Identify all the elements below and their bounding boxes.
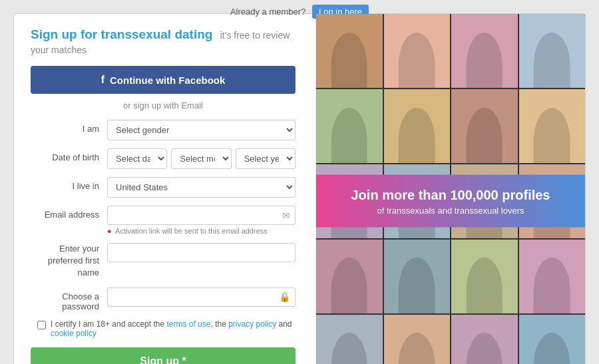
terms-checkbox[interactable] [37,321,46,329]
photo-16 [519,240,586,313]
photo-8 [519,89,586,163]
email-hint: ● Activation link will be sent to this e… [107,227,296,235]
gender-label: I am [31,120,107,134]
lock-icon: 🔒 [279,291,290,302]
password-control: 🔒 [107,287,296,307]
banner-subtitle: of transsexuals and transsexual lovers [325,206,576,216]
firstname-input[interactable] [107,243,296,262]
error-dot: ● [107,227,112,235]
photo-20 [519,315,586,364]
email-control: ✉ ● Activation link will be sent to this… [107,206,296,235]
terms-link[interactable]: terms of use [166,319,210,329]
day-select[interactable]: Select day [107,148,167,169]
photo-1 [316,14,383,88]
firstname-label: Enter your preferred first name [31,243,107,279]
country-label: I live in [31,177,107,191]
dob-row: Date of birth Select day Select month Se… [31,148,296,169]
photo-6 [384,89,451,163]
country-select[interactable]: United States [107,177,296,198]
facebook-button[interactable]: f Continue with Facebook [31,66,296,94]
banner-title: Join more than 100,000 profiles [325,187,576,203]
photo-3 [451,14,518,88]
country-control: United States [107,177,296,198]
photo-18 [384,315,451,364]
photo-17 [316,315,383,364]
email-label: Email address [31,206,107,220]
country-row: I live in United States [31,177,296,198]
main-container: Sign up for transsexual dating it's free… [13,13,586,364]
promo-banner: Join more than 100,000 profiles of trans… [316,175,585,228]
photo-14 [384,240,451,313]
privacy-link[interactable]: privacy policy [228,319,276,329]
email-input[interactable] [107,206,296,225]
gender-control: Select gender Male Female Transgender wo… [107,120,296,140]
or-divider: or sign up with Email [31,100,296,110]
gender-row: I am Select gender Male Female Transgend… [31,120,296,140]
photo-5 [316,89,383,163]
firstname-row: Enter your preferred first name [31,243,296,279]
left-panel: Sign up for transsexual dating it's free… [14,14,316,364]
title-main: Sign up for transsexual dating [31,27,212,41]
year-select[interactable]: Select year [236,148,296,169]
email-icon: ✉ [282,210,290,221]
cookie-link[interactable]: cookie policy [51,329,97,338]
gender-select[interactable]: Select gender Male Female Transgender wo… [107,120,296,140]
checkbox-text: I certify I am 18+ and accept the terms … [51,319,296,338]
site-title: Sign up for transsexual dating it's free… [31,27,296,57]
photo-2 [384,14,451,88]
photo-4 [519,14,586,88]
password-row: Choose a password 🔒 [31,287,296,311]
facebook-button-label: Continue with Facebook [110,75,225,86]
dob-control: Select day Select month Select year [107,148,296,169]
signup-button[interactable]: Sign up * [31,347,296,364]
checkbox-row: I certify I am 18+ and accept the terms … [31,319,296,338]
dob-label: Date of birth [31,148,107,162]
photo-15 [451,240,518,313]
facebook-icon: f [101,74,104,86]
month-select[interactable]: Select month [171,148,231,169]
email-input-wrapper: ✉ [107,206,296,225]
email-row: Email address ✉ ● Activation link will b… [31,206,296,235]
photo-19 [451,315,518,364]
photo-13 [316,240,383,313]
right-panel: Join more than 100,000 profiles of trans… [316,14,585,364]
photo-7 [451,89,518,163]
password-label: Choose a password [31,287,107,311]
password-input[interactable] [107,287,296,307]
password-input-wrapper: 🔒 [107,287,296,307]
already-member-text: Already a member? [230,7,305,17]
firstname-control [107,243,296,262]
